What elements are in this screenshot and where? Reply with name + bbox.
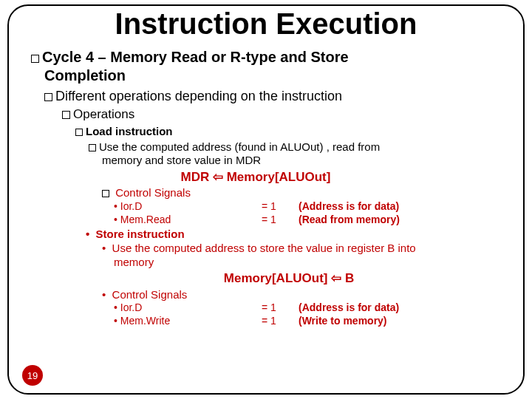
load-desc1-text: Use the computed address (found in ALUOu… (99, 140, 380, 153)
store-sig1-row: Ior.D = 1 (Address is for data) (114, 301, 510, 315)
load-formula: MDR ⇦ Memory[ALUOut] (1, 169, 510, 185)
load-header-text: Load instruction (86, 125, 173, 137)
store-ctrl-header: • Control Signals (102, 288, 510, 302)
slide-body: Cycle 4 – Memory Read or R-type and Stor… (31, 48, 510, 327)
load-sig1-note: (Address is for data) (299, 200, 510, 214)
store-header-text: Store instruction (96, 228, 185, 240)
store-sig1-name: Ior.D (114, 301, 262, 315)
load-header: Load instruction (75, 125, 510, 139)
load-ctrl-header: Control Signals (102, 186, 510, 200)
store-header: • Store instruction (86, 228, 510, 242)
store-sig1-val: = 1 (262, 301, 299, 315)
load-desc-line2: memory and store value in MDR (102, 154, 510, 168)
page-number-badge: 19 (22, 365, 43, 386)
cycle4-cont: Completion (44, 66, 510, 85)
store-formula: Memory[ALUOut] ⇦ B (68, 270, 510, 286)
load-sig2-row: Mem.Read = 1 (Read from memory) (114, 214, 510, 227)
store-desc-line1: • Use the computed address to store the … (102, 242, 510, 256)
load-sig2-note: (Read from memory) (299, 214, 510, 227)
store-desc-line2: memory (114, 256, 510, 270)
load-sig2-val: = 1 (262, 214, 299, 227)
operations-text: Operations (73, 107, 134, 121)
bullet-operations: Operations (62, 106, 510, 122)
bullet-different-ops: Different operations depending on the in… (44, 88, 510, 105)
store-sig2-note: (Write to memory) (299, 315, 510, 328)
store-sig2-val: = 1 (262, 315, 299, 328)
store-desc1-text: Use the computed address to store the va… (112, 242, 416, 254)
load-desc-line1: Use the computed address (found in ALUOu… (89, 140, 510, 154)
store-ctrl-text: Control Signals (112, 288, 188, 301)
cycle4-text: Cycle 4 – Memory Read or R-type and Stor… (42, 49, 349, 65)
store-sig2-row: Mem.Write = 1 (Write to memory) (114, 315, 510, 328)
load-sig2-name: Mem.Read (114, 214, 262, 227)
bullet-cycle4: Cycle 4 – Memory Read or R-type and Stor… (31, 48, 510, 66)
load-ctrl-text: Control Signals (115, 186, 191, 199)
store-sig2-name: Mem.Write (114, 315, 262, 328)
diffops-text: Different operations depending on the in… (55, 89, 342, 103)
load-sig1-row: Ior.D = 1 (Address is for data) (114, 200, 510, 214)
load-sig1-name: Ior.D (114, 200, 262, 214)
load-sig1-val: = 1 (262, 200, 299, 214)
store-sig1-note: (Address is for data) (299, 301, 510, 315)
